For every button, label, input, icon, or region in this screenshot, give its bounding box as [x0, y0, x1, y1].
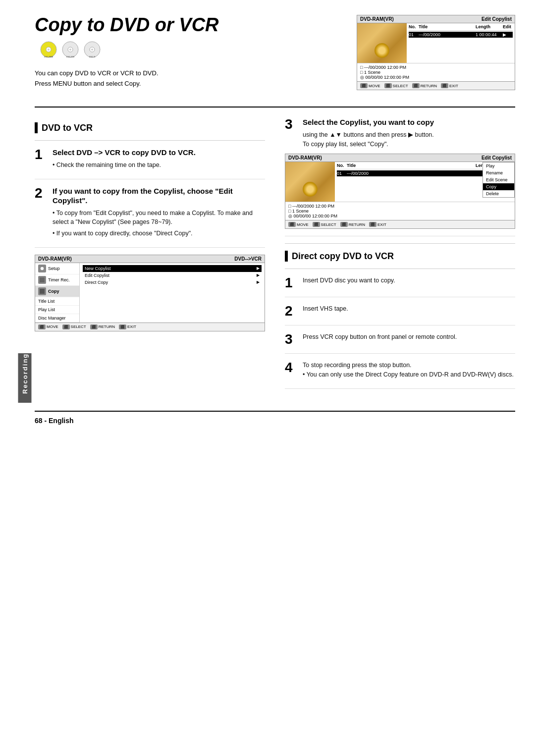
menu-item-discmgr: Disc Manager	[35, 314, 79, 323]
copy-menu-mode: DVD-->VCR	[234, 256, 262, 262]
col-no-header: No.	[409, 24, 419, 29]
direct-section-bar	[285, 251, 288, 262]
header-section: Copy to DVD or VCR DVD-RAM DVD-RW	[35, 15, 515, 108]
direct-step4: 4 To stop recording press the stop butto…	[285, 361, 515, 389]
step3-body1: using the ▲▼ buttons and then press ▶ bu…	[303, 130, 434, 140]
direct-step2-content: Insert VHS tape.	[303, 304, 515, 318]
step2-dvd: 2 If you want to copy from the Copylist,…	[35, 186, 265, 248]
dvd-vcr-title: DVD to VCR	[42, 123, 93, 133]
step2-bullet2: If you want to copy directly, choose "Di…	[53, 229, 265, 238]
direct-step1: 1 Insert DVD disc you want to copy.	[285, 276, 515, 297]
page-title: Copy to DVD or VCR	[35, 15, 347, 36]
step3-body2: To copy play list, select "Copy".	[303, 140, 434, 149]
screen-controls: ⬛MOVE ⬛SELECT ⬛RETURN ⬛EXIT	[357, 81, 515, 90]
edit-mode: Edit Copylist	[482, 155, 512, 161]
edit-title: DVD-RAM(VR)	[288, 155, 322, 161]
copy-menu-right: New Copylist ▶ Edit Copylist ▶ Direct Co…	[80, 263, 265, 323]
recording-tab-label: Recording	[21, 353, 29, 394]
copy-menu-left: Setup Timer Rec. Copy	[35, 263, 80, 323]
copy-icon	[38, 287, 46, 295]
svg-point-12	[41, 267, 44, 270]
direct-step2: 2 Insert VHS tape.	[285, 304, 515, 325]
copy-menu-header: DVD-RAM(VR) DVD-->VCR	[35, 255, 265, 263]
direct-step4-content: To stop recording press the stop button.…	[303, 361, 515, 381]
page-footer: 68 - English	[35, 411, 515, 425]
copy-menu-controls: ⬛MOVE ⬛SELECT ⬛RETURN ⬛EXIT	[35, 323, 265, 331]
screen-flower-image	[357, 23, 407, 63]
edit-footer-info: □ ---/00/2000 12:00 PM □ 1 Scene ◎ 00/00…	[285, 202, 515, 220]
screen-dvd-ram-label: DVD-RAM(VR)	[360, 16, 394, 22]
screen-header: DVD-RAM(VR) Edit Copylist	[357, 15, 515, 23]
screen-footer-info: □ ---/00/2000 12:00 PM □ 1 Scene ◎ 00/00…	[357, 63, 515, 81]
step1-title: Select DVD –> VCR to copy DVD to VCR.	[53, 148, 265, 158]
dvd-rw-icon: DVD-RW	[61, 41, 79, 58]
section-bar	[35, 122, 38, 133]
step3-dvd: 3 Select the Copylist, you want to copy …	[285, 117, 515, 236]
edit-controls: ⬛MOVE ⬛SELECT ⬛RETURN ⬛EXIT	[285, 220, 515, 228]
step3-title: Select the Copylist, you want to copy	[303, 117, 434, 127]
copy-menu-title: DVD-RAM(VR)	[38, 256, 72, 262]
step2-number: 2	[35, 186, 47, 240]
svg-rect-13	[40, 277, 45, 282]
step2-title: If you want to copy from the Copylist, c…	[53, 186, 265, 206]
step1-dvd: 1 Select DVD –> VCR to copy DVD to VCR. …	[35, 148, 265, 179]
option-direct-copy: Direct Copy ▶	[83, 279, 262, 286]
recording-tab: Recording	[18, 353, 32, 403]
header-screen: DVD-RAM(VR) Edit Copylist No. Title Leng…	[357, 15, 515, 90]
step1-body: Check the remaining time on the tape.	[53, 161, 265, 170]
step1-content: Select DVD –> VCR to copy DVD to VCR. Ch…	[53, 148, 265, 171]
intro-line1: You can copy DVD to VCR or VCR to DVD.	[35, 69, 159, 77]
menu-item-titlelist: Title List	[35, 297, 79, 306]
edit-screen-table: No. Title Length Edit 01 ---/00/2000 Pla…	[335, 162, 515, 202]
direct-step4-number: 4	[285, 361, 297, 381]
left-column: DVD to VCR 1 Select DVD –> VCR to copy D…	[35, 117, 265, 396]
edit-screen-body: No. Title Length Edit 01 ---/00/2000 Pla…	[285, 162, 515, 202]
ctx-play: Play	[483, 162, 514, 169]
option-edit-copylist: Edit Copylist ▶	[83, 272, 262, 279]
step2-bullet1: To copy from "Edit Copylist", you need t…	[53, 209, 265, 227]
intro-line2: Press MENU button and select Copy.	[35, 80, 141, 87]
intro-text: You can copy DVD to VCR or VCR to DVD. P…	[35, 68, 347, 89]
dvd-vcr-section-header: DVD to VCR	[35, 122, 265, 133]
main-content: DVD to VCR 1 Select DVD –> VCR to copy D…	[35, 117, 515, 396]
dvd-r-icon: DVD-R	[83, 41, 101, 58]
direct-section-header: Direct copy DVD to VCR	[285, 251, 515, 262]
col-length-header: Length	[476, 24, 503, 29]
edit-flower-image	[285, 162, 335, 202]
copy-menu-body: Setup Timer Rec. Copy	[35, 263, 265, 323]
step2-content: If you want to copy from the Copylist, c…	[53, 186, 265, 240]
direct-step2-number: 2	[285, 304, 297, 318]
col-title-header: Title	[419, 24, 476, 29]
screen-body: No. Title Length Edit 01 ---/00/2000 1 0…	[357, 23, 515, 63]
step2-body: To copy from "Edit Copylist", you need t…	[53, 209, 265, 238]
dvd-ram-icon: DVD-RAM	[40, 41, 57, 58]
right-column: 3 Select the Copylist, you want to copy …	[285, 117, 515, 396]
ctx-editscene: Edit Scene	[483, 176, 514, 183]
copy-menu-screen: DVD-RAM(VR) DVD-->VCR Setup	[35, 255, 265, 331]
ctx-rename: Rename	[483, 169, 514, 176]
svg-point-2	[48, 49, 50, 51]
direct-step2-body: Insert VHS tape.	[303, 304, 515, 314]
screen-mode-label: Edit Copylist	[482, 16, 512, 22]
direct-step3-content: Press VCR copy button on front panel or …	[303, 332, 515, 346]
edit-copylist-screen: DVD-RAM(VR) Edit Copylist No. Title Leng…	[285, 154, 515, 229]
svg-rect-14	[40, 289, 45, 294]
direct-section-title: Direct copy DVD to VCR	[292, 251, 394, 262]
direct-step3-body: Press VCR copy button on front panel or …	[303, 332, 515, 342]
screen-row-1: 01 ---/00/2000 1 00:00:44 ▶	[409, 32, 513, 38]
direct-step1-body: Insert DVD disc you want to copy.	[303, 276, 515, 285]
menu-item-setup: Setup	[35, 263, 79, 274]
col-edit-header: Edit	[503, 24, 513, 29]
menu-item-timer: Timer Rec.	[35, 274, 79, 286]
setup-icon	[38, 265, 46, 272]
header-left: Copy to DVD or VCR DVD-RAM DVD-RW	[35, 15, 347, 97]
ctx-copy: Copy	[483, 183, 514, 190]
direct-step4-body: To stop recording press the stop button.…	[303, 361, 515, 379]
screen-table-header: No. Title Length Edit	[409, 24, 513, 31]
disc-icons: DVD-RAM DVD-RW DVD-R	[40, 41, 347, 58]
ctx-delete: Delete	[483, 190, 514, 197]
svg-point-6	[69, 49, 71, 51]
svg-text:DVD-RW: DVD-RW	[66, 55, 75, 58]
step3-number: 3	[285, 117, 297, 149]
step1-number: 1	[35, 148, 47, 171]
